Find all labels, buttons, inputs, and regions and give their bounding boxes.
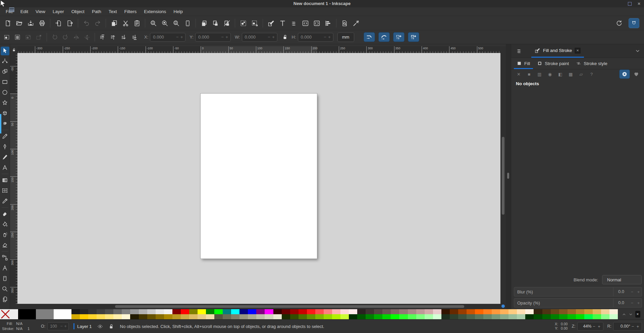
print-button[interactable] <box>36 17 48 29</box>
canvas[interactable] <box>17 53 500 304</box>
palette-swatch[interactable] <box>568 309 576 314</box>
swatch-button[interactable]: ▱ <box>577 70 586 78</box>
layer-selector[interactable]: Layer 1 <box>77 324 92 329</box>
palette-swatch[interactable] <box>282 314 290 319</box>
menu-item[interactable]: Layer <box>49 7 68 16</box>
palette-swatch[interactable] <box>433 314 441 319</box>
palette-swatch[interactable] <box>542 309 551 314</box>
palette-swatch[interactable] <box>391 314 399 319</box>
vertical-scrollbar-thumb[interactable] <box>502 137 504 215</box>
palette-swatch[interactable] <box>483 314 492 319</box>
increment-icon[interactable]: + <box>635 300 642 306</box>
page-tool[interactable] <box>1 274 9 283</box>
group-button[interactable] <box>237 17 249 29</box>
text-dialog-button[interactable] <box>277 17 288 29</box>
duplicate-button[interactable] <box>198 17 210 29</box>
palette-swatch[interactable] <box>332 309 340 314</box>
palette-swatch[interactable] <box>139 314 147 319</box>
rotation-spinner[interactable]: 0.00° − + <box>613 322 642 331</box>
palette-swatch[interactable] <box>97 309 105 314</box>
palette-swatch[interactable] <box>601 314 609 319</box>
palette-swatch[interactable] <box>139 309 147 314</box>
blur-value[interactable]: 0.0 <box>613 287 629 296</box>
palette-swatch[interactable] <box>332 314 340 319</box>
fill-rule-nonzero-button[interactable] <box>619 69 630 79</box>
tab-fill[interactable]: Fill <box>513 58 534 69</box>
text-tool[interactable] <box>1 163 9 172</box>
palette-swatch[interactable] <box>475 309 483 314</box>
palette-swatch[interactable] <box>349 309 357 314</box>
decrement-icon[interactable]: − <box>220 35 225 40</box>
palette-swatch[interactable] <box>198 314 206 319</box>
palette-swatch[interactable] <box>181 309 189 314</box>
palette-config-button[interactable]: ✕ <box>635 311 640 318</box>
palette-swatch[interactable] <box>113 314 122 319</box>
flat-color-button[interactable]: ■ <box>525 70 534 78</box>
palette-swatch[interactable] <box>433 309 441 314</box>
palette-swatch[interactable] <box>231 309 239 314</box>
palette-swatch[interactable] <box>231 314 239 319</box>
select-inverse-button[interactable] <box>34 32 44 43</box>
decrement-icon[interactable]: − <box>267 35 271 40</box>
palette-swatch[interactable] <box>601 309 609 314</box>
spin-input[interactable]: 0.000 − + <box>150 33 185 42</box>
create-clone-button[interactable] <box>210 17 221 29</box>
tweak-tool[interactable] <box>1 210 9 218</box>
palette-swatch[interactable] <box>568 314 576 319</box>
open-document-button[interactable] <box>13 17 25 29</box>
palette-swatch[interactable] <box>122 309 130 314</box>
palette-swatch[interactable] <box>374 314 382 319</box>
palette-swatch[interactable] <box>164 314 172 319</box>
palette-swatch[interactable] <box>130 314 139 319</box>
spin-input[interactable]: 0.000 − + <box>242 33 277 42</box>
blend-mode-dropdown[interactable]: Normal <box>602 275 642 284</box>
increment-icon[interactable]: + <box>225 35 229 40</box>
palette-swatch[interactable] <box>324 309 332 314</box>
palette-swatch[interactable] <box>500 309 508 314</box>
palette-swatch[interactable] <box>576 314 584 319</box>
unlink-clone-button[interactable] <box>221 17 232 29</box>
decrement-icon[interactable]: − <box>592 324 597 329</box>
palette-swatch[interactable] <box>609 309 618 314</box>
redo-button[interactable] <box>92 17 103 29</box>
eraser-tool[interactable] <box>1 241 9 249</box>
scale-corners-toggle[interactable] <box>378 32 390 42</box>
opacity-value[interactable]: 0.0 <box>613 298 629 307</box>
shape-builder-tool[interactable] <box>1 67 9 76</box>
palette-swatch[interactable] <box>122 314 130 319</box>
star-tool[interactable] <box>1 99 9 107</box>
paste-button[interactable] <box>131 17 143 29</box>
object-opacity-spinner[interactable]: 100 − + <box>47 322 69 330</box>
dock-tab-fill-and-stroke[interactable]: Fill and Stroke ✕ <box>531 44 584 58</box>
palette-swatch[interactable] <box>324 314 332 319</box>
horizontal-scrollbar[interactable] <box>10 304 500 309</box>
palette-swatch[interactable] <box>500 314 508 319</box>
layers-dock-icon[interactable] <box>516 48 523 54</box>
palette-swatch[interactable] <box>290 314 299 319</box>
palette-swatch[interactable] <box>54 309 71 319</box>
palette-swatch[interactable] <box>80 309 88 314</box>
palette-swatch[interactable] <box>315 314 324 319</box>
decrement-icon[interactable]: − <box>629 289 635 294</box>
raise-button[interactable] <box>108 32 119 43</box>
canvas-rotation-button[interactable] <box>613 17 625 29</box>
selector-tool[interactable] <box>1 47 9 55</box>
object-properties-button[interactable] <box>311 17 322 29</box>
increment-icon[interactable]: + <box>63 324 67 329</box>
palette-swatch[interactable] <box>584 309 593 314</box>
palette-swatch[interactable] <box>525 309 534 314</box>
rectangle-tool[interactable] <box>1 78 9 87</box>
palette-swatch[interactable] <box>508 309 517 314</box>
box-3d-tool[interactable] <box>1 109 9 118</box>
fill-rule-evenodd-button[interactable] <box>631 70 641 78</box>
increment-icon[interactable]: + <box>635 324 640 329</box>
mesh-gradient-button[interactable]: ▩ <box>566 70 575 78</box>
document-properties-button[interactable] <box>339 17 350 29</box>
opacity-slider[interactable]: Opacity (%) 0.0 − + <box>514 298 642 308</box>
color-managed-view-toggle[interactable] <box>501 304 505 308</box>
zoom-selection-button[interactable] <box>148 17 159 29</box>
menu-item[interactable]: Help <box>170 7 186 16</box>
tab-stroke-paint[interactable]: Stroke paint <box>534 58 573 69</box>
menu-item[interactable]: Text <box>105 7 121 16</box>
palette-swatch[interactable] <box>256 314 265 319</box>
